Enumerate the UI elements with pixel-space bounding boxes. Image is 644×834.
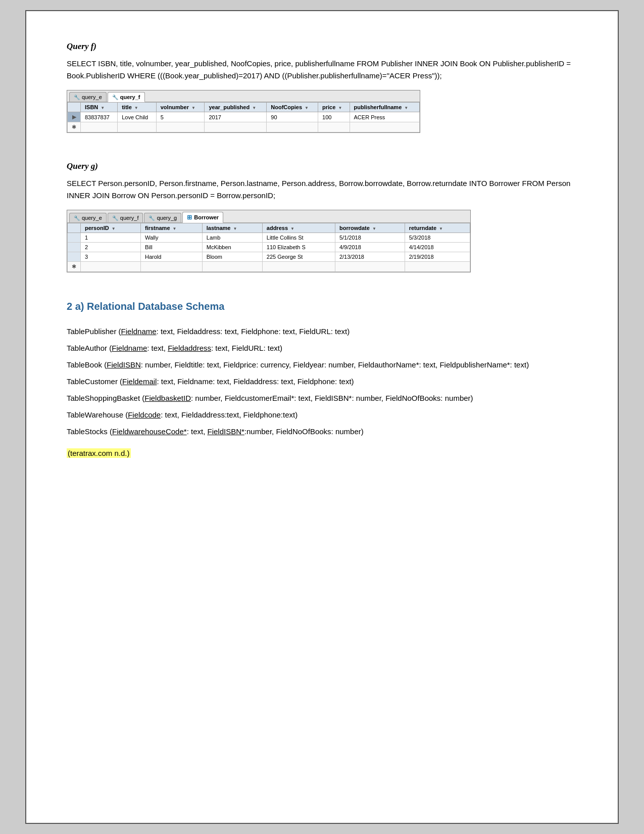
- tab-query-f2-label: query_f: [120, 215, 139, 221]
- borrower-header-selector: [68, 223, 81, 233]
- cell-personid-2: 2: [81, 243, 141, 252]
- col-isbn: ISBN ▼: [81, 103, 118, 112]
- cell-borrowdate-2: 4/9/2018: [335, 243, 405, 252]
- col-price: price ▼: [318, 103, 350, 112]
- tab-query-e[interactable]: 🔧 query_e: [69, 92, 107, 102]
- stocks-isbn: FieldISBN*: [208, 427, 244, 436]
- schema-customer: TableCustomer (Fieldemail: text, Fieldna…: [67, 375, 577, 388]
- customer-fieldemail: Fieldemail: [122, 377, 157, 386]
- citation: (teratrax.com n.d.): [67, 446, 577, 460]
- new-cell-title: [118, 122, 157, 132]
- new-cell-copies: [267, 122, 318, 132]
- tab-borrower[interactable]: ⊞ Borrower: [182, 212, 223, 223]
- query-e2-icon: 🔧: [74, 215, 80, 221]
- col-year: year_published ▼: [205, 103, 267, 112]
- schema-warehouse: TableWarehouse (Fieldcode: text, Fieldad…: [67, 408, 577, 422]
- tab-query-f[interactable]: 🔧 query_f: [108, 92, 145, 102]
- section2-title: 2 a) Relational Database Schema: [67, 301, 577, 312]
- basket-fieldbasketid: FieldbasketID: [144, 394, 191, 402]
- new-row: ✱: [68, 122, 420, 132]
- table-row: ▶ 83837837 Love Child 5 2017 90 100 ACER…: [68, 112, 420, 122]
- cell-firstname-1: Wally: [140, 233, 202, 243]
- new-cell-pub: [350, 122, 419, 132]
- borrower-new-fn: [140, 262, 202, 272]
- returndate-sort: ▼: [439, 226, 443, 231]
- cell-returndate-2: 4/14/2018: [405, 243, 470, 252]
- borrower-row-2: 2 Bill McKibben 110 Elizabeth S 4/9/2018…: [68, 243, 470, 252]
- schema-book: TableBook (FieldISBN: number, Fieldtitle…: [67, 358, 577, 372]
- book-fieldisbn: FieldISBN: [107, 360, 141, 369]
- tab-query-f-label: query_f: [120, 94, 140, 100]
- firstname-sort: ▼: [173, 226, 177, 231]
- cell-personid-1: 1: [81, 233, 141, 243]
- new-cell-year: [205, 122, 267, 132]
- cell-lastname-3: Bloom: [202, 252, 262, 262]
- new-cell-price: [318, 122, 350, 132]
- publisher-fieldname: Fieldname: [121, 327, 157, 336]
- tab-query-e2-label: query_e: [82, 215, 102, 221]
- isbn-sort: ▼: [101, 106, 105, 110]
- cell-isbn: 83837837: [81, 112, 118, 122]
- schema-publisher: TablePublisher (Fieldname: text, Fieldad…: [67, 325, 577, 338]
- borrower-new-row: ✱: [68, 262, 470, 272]
- query-f-sql: SELECT ISBN, title, volnumber, year_publ…: [67, 58, 577, 82]
- borrower-selector-3: [68, 252, 81, 262]
- cell-borrowdate-3: 2/13/2018: [335, 252, 405, 262]
- col-returndate: returndate ▼: [405, 223, 470, 233]
- query-f-data-table: ISBN ▼ title ▼ volnumber ▼ year_publishe…: [67, 102, 420, 132]
- col-volnumber: volnumber ▼: [156, 103, 205, 112]
- col-personid: personID ▼: [81, 223, 141, 233]
- query-g-title: Query g): [67, 161, 577, 171]
- copies-sort: ▼: [305, 106, 309, 110]
- col-firstname: firstname ▼: [140, 223, 202, 233]
- borrower-new-pid: [81, 262, 141, 272]
- borrower-data-table: personID ▼ firstname ▼ lastname ▼ addres…: [67, 223, 470, 272]
- citation-highlight: (teratrax.com n.d.): [67, 448, 131, 458]
- tab-query-e-2[interactable]: 🔧 query_e: [69, 213, 107, 222]
- year-sort: ▼: [252, 106, 256, 110]
- cell-title: Love Child: [118, 112, 157, 122]
- cell-publisherfullname: ACER Press: [350, 112, 419, 122]
- cell-firstname-2: Bill: [140, 243, 202, 252]
- lastname-sort: ▼: [233, 226, 237, 231]
- tab-query-g-label: query_g: [157, 215, 177, 221]
- tab-query-f-2[interactable]: 🔧 query_f: [108, 213, 143, 222]
- header-selector: [68, 103, 81, 112]
- borrower-table-icon: ⊞: [187, 214, 192, 221]
- borrower-new-addr: [262, 262, 335, 272]
- cell-year: 2017: [205, 112, 267, 122]
- cell-address-1: Little Collins St: [262, 233, 335, 243]
- cell-personid-3: 3: [81, 252, 141, 262]
- borrower-new-rd: [405, 262, 470, 272]
- cell-returndate-3: 2/19/2018: [405, 252, 470, 262]
- cell-lastname-1: Lamb: [202, 233, 262, 243]
- query-f-title: Query f): [67, 41, 577, 52]
- cell-firstname-3: Harold: [140, 252, 202, 262]
- title-sort: ▼: [134, 106, 138, 110]
- new-cell-vol: [156, 122, 205, 132]
- cell-price: 100: [318, 112, 350, 122]
- query-f-icon: 🔧: [112, 95, 118, 100]
- cell-address-3: 225 George St: [262, 252, 335, 262]
- col-title: title ▼: [118, 103, 157, 112]
- borrower-tabs: 🔧 query_e 🔧 query_f 🔧 query_g ⊞ Borrower: [67, 210, 470, 223]
- query-f2-icon: 🔧: [112, 215, 118, 221]
- pub-sort: ▼: [404, 106, 408, 110]
- page: Query f) SELECT ISBN, title, volnumber, …: [25, 10, 619, 824]
- price-sort: ▼: [338, 106, 342, 110]
- col-borrowdate: borrowdate ▼: [335, 223, 405, 233]
- schema-stocks: TableStocks (FieldwarehouseCode*: text, …: [67, 425, 577, 438]
- tab-query-g[interactable]: 🔧 query_g: [144, 213, 181, 222]
- borrower-selector-1: [68, 233, 81, 243]
- author-fieldaddress: Fieldaddress: [168, 344, 211, 352]
- query-f-tabs: 🔧 query_e 🔧 query_f: [67, 90, 420, 102]
- cell-volnumber: 5: [156, 112, 205, 122]
- warehouse-fieldcode: Fieldcode: [128, 410, 161, 419]
- query-g-icon: 🔧: [148, 215, 155, 221]
- vol-sort: ▼: [191, 106, 195, 110]
- stocks-warehousecode: FieldwarehouseCode*: [112, 427, 187, 436]
- cell-address-2: 110 Elizabeth S: [262, 243, 335, 252]
- cell-lastname-2: McKibben: [202, 243, 262, 252]
- borrower-new-bd: [335, 262, 405, 272]
- cell-returndate-1: 5/3/2018: [405, 233, 470, 243]
